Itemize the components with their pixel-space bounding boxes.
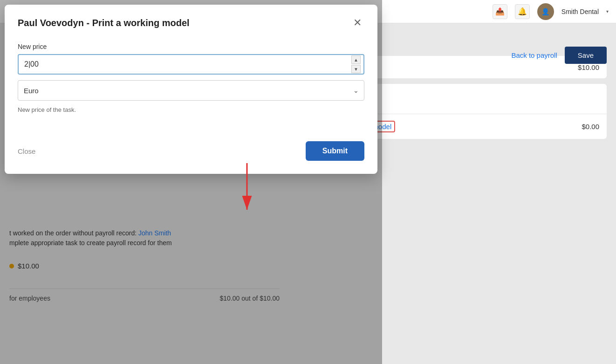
- top-bar-icons: 📤 🔔 👤 Smith Dental ▾: [493, 3, 609, 20]
- field-hint: New price of the task.: [18, 106, 364, 113]
- header-actions: Back to payroll Save: [511, 47, 607, 64]
- modal-header: Paul Voevodyn - Print a working model ✕: [18, 16, 364, 30]
- modal-title: Paul Voevodyn - Print a working model: [18, 18, 190, 28]
- spinner-buttons: ▲ ▼: [351, 55, 361, 73]
- currency-select-wrapper: Euro USD GBP ⌄: [18, 80, 364, 101]
- close-button[interactable]: Close: [18, 143, 35, 160]
- avatar[interactable]: 👤: [537, 3, 554, 20]
- modal-footer: Close Submit: [18, 141, 364, 161]
- modal-close-button[interactable]: ✕: [350, 16, 364, 30]
- bell-icon[interactable]: 🔔: [515, 4, 530, 19]
- modal-body: New price ▲ ▼ Euro USD GBP ⌄ New price o…: [18, 43, 364, 113]
- price-input-wrapper: ▲ ▼: [18, 54, 364, 75]
- new-price-label: New price: [18, 43, 364, 50]
- modal: Paul Voevodyn - Print a working model ✕ …: [5, 5, 377, 174]
- spinner-down-button[interactable]: ▼: [351, 65, 361, 73]
- price-input[interactable]: [18, 54, 364, 75]
- task-price-print: $0.00: [582, 123, 599, 130]
- back-to-payroll-link[interactable]: Back to payroll: [511, 51, 557, 59]
- spinner-up-button[interactable]: ▲: [351, 55, 361, 64]
- submit-button[interactable]: Submit: [306, 141, 364, 161]
- save-button[interactable]: Save: [565, 47, 607, 64]
- chevron-down-icon[interactable]: ▾: [606, 9, 609, 14]
- upload-icon[interactable]: 📤: [493, 4, 507, 19]
- currency-select[interactable]: Euro USD GBP: [18, 80, 364, 101]
- company-name: Smith Dental: [561, 8, 599, 15]
- task-price-deliveering: $10.00: [578, 63, 599, 71]
